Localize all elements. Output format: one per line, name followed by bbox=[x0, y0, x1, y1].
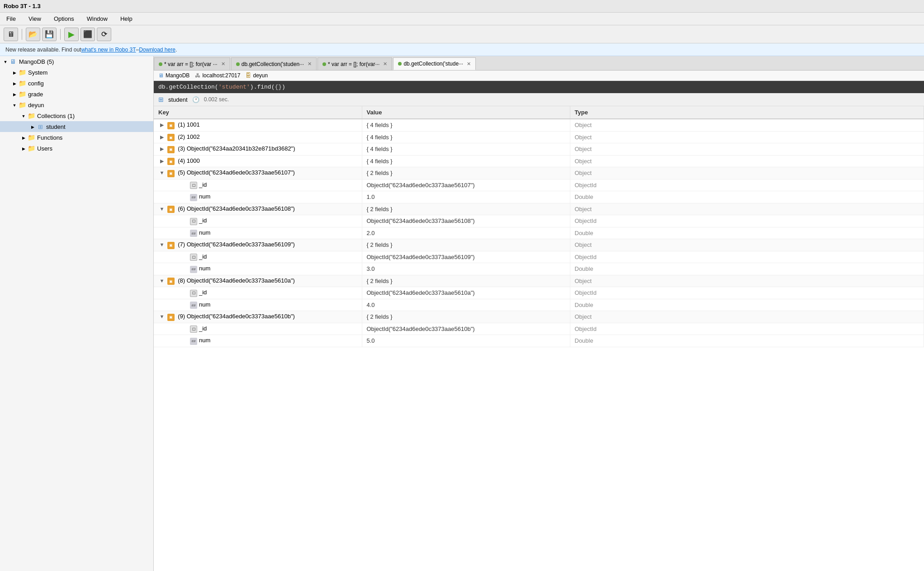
doc-icon: ▣ bbox=[167, 278, 175, 285]
row-type-cell: Object bbox=[570, 155, 924, 167]
id-icon: ☐ bbox=[190, 254, 197, 261]
table-row[interactable]: ▼ ▣ (5) ObjectId("6234ad6ede0c3373aae561… bbox=[154, 167, 924, 179]
conn-collection-label: deyun bbox=[253, 72, 268, 79]
row-expand-icon[interactable]: ▶ bbox=[158, 146, 166, 152]
menu-help[interactable]: Help bbox=[118, 14, 135, 23]
child-key-cell: ☐_id bbox=[154, 251, 362, 263]
results-table: Key Value Type ▶ ▣ (1) 1001 { 4 fields }… bbox=[154, 106, 924, 347]
num-icon: ## bbox=[190, 194, 197, 201]
sidebar-item-mongodb[interactable]: 🖥 MangoDB (5) bbox=[0, 56, 153, 67]
row-expand-icon[interactable]: ▼ bbox=[158, 242, 166, 247]
menu-options[interactable]: Options bbox=[51, 14, 77, 23]
row-type-cell: Object bbox=[570, 167, 924, 179]
table-row: ☐_id ObjectId("6234ad6ede0c3373aae5610a"… bbox=[154, 287, 924, 299]
table-row[interactable]: ▼ ▣ (9) ObjectId("6234ad6ede0c3373aae561… bbox=[154, 311, 924, 323]
menu-file[interactable]: File bbox=[4, 14, 19, 23]
row-key-cell: ▼ ▣ (8) ObjectId("6234ad6ede0c3373aae561… bbox=[154, 275, 362, 287]
tab-2[interactable]: db.getCollection('studen··· ✕ bbox=[231, 57, 317, 70]
row-expand-icon[interactable]: ▼ bbox=[158, 170, 166, 175]
stop-icon[interactable]: ⬛ bbox=[81, 28, 95, 41]
table-header-row: Key Value Type bbox=[154, 106, 924, 119]
child-value-cell: 2.0 bbox=[362, 227, 570, 239]
tab-2-close[interactable]: ✕ bbox=[308, 61, 312, 67]
table-row[interactable]: ▼ ▣ (7) ObjectId("6234ad6ede0c3373aae561… bbox=[154, 239, 924, 251]
menu-window[interactable]: Window bbox=[84, 14, 110, 23]
tab-3[interactable]: * var arr = []; for(var··· ✕ bbox=[317, 57, 392, 70]
col-type: Type bbox=[570, 106, 924, 119]
conn-db: 🖥 MangoDB bbox=[158, 72, 190, 79]
doc-icon: ▣ bbox=[167, 158, 175, 165]
doc-icon: ▣ bbox=[167, 206, 175, 213]
row-value-cell: { 2 fields } bbox=[362, 203, 570, 215]
row-expand-icon[interactable]: ▼ bbox=[158, 314, 166, 319]
row-expand-icon[interactable]: ▼ bbox=[158, 206, 166, 212]
sidebar-item-functions[interactable]: 📁 Functions bbox=[0, 132, 153, 143]
sidebar-item-student[interactable]: ⊞ student bbox=[0, 121, 153, 132]
id-icon: ☐ bbox=[190, 290, 197, 297]
sidebar-item-config[interactable]: 📁 config bbox=[0, 78, 153, 89]
connection-bar: 🖥 MangoDB 🖧 localhost:27017 🗄 deyun bbox=[154, 71, 924, 81]
monitor-icon[interactable]: 🖥 bbox=[4, 28, 18, 41]
config-label: config bbox=[28, 80, 44, 87]
table-row[interactable]: ▶ ▣ (1) 1001 { 4 fields } Object bbox=[154, 119, 924, 131]
row-type-cell: Object bbox=[570, 311, 924, 323]
table-row[interactable]: ▶ ▣ (2) 1002 { 4 fields } Object bbox=[154, 131, 924, 143]
child-type-cell: ObjectId bbox=[570, 323, 924, 335]
row-expand-icon[interactable]: ▶ bbox=[158, 158, 166, 164]
id-icon: ☐ bbox=[190, 326, 197, 333]
folder-open-icon[interactable]: 📂 bbox=[26, 28, 40, 41]
row-key-cell: ▼ ▣ (6) ObjectId("6234ad6ede0c3373aae561… bbox=[154, 203, 362, 215]
child-type-cell: ObjectId bbox=[570, 179, 924, 191]
row-value-cell: { 2 fields } bbox=[362, 275, 570, 287]
sidebar-item-system[interactable]: 📁 System bbox=[0, 67, 153, 78]
menu-view[interactable]: View bbox=[26, 14, 44, 23]
folder-icon-users: 📁 bbox=[27, 144, 35, 152]
child-type-cell: Double bbox=[570, 335, 924, 347]
tab-4[interactable]: db.getCollection('stude··· ✕ bbox=[393, 57, 476, 70]
child-key-cell: ##num bbox=[154, 227, 362, 239]
tab-3-close[interactable]: ✕ bbox=[383, 61, 387, 67]
results-area: ⊞ student 🕐 0.002 sec. Key Value Type bbox=[154, 93, 924, 571]
sidebar-item-grade[interactable]: 📁 grade bbox=[0, 89, 153, 99]
row-key-cell: ▶ ▣ (2) 1002 bbox=[154, 131, 362, 143]
row-type-cell: Object bbox=[570, 131, 924, 143]
save-icon[interactable]: 💾 bbox=[42, 28, 57, 41]
results-header: ⊞ student 🕐 0.002 sec. bbox=[154, 93, 924, 106]
col-key: Key bbox=[154, 106, 362, 119]
results-time: 0.002 sec. bbox=[204, 96, 229, 103]
refresh-icon[interactable]: ⟳ bbox=[97, 28, 111, 41]
tab-4-close[interactable]: ✕ bbox=[467, 61, 471, 67]
child-value-cell: 3.0 bbox=[362, 263, 570, 275]
mongodb-label: MangoDB (5) bbox=[19, 58, 54, 65]
sidebar-item-collections[interactable]: 📁 Collections (1) bbox=[0, 110, 153, 121]
grade-label: grade bbox=[28, 91, 43, 98]
sidebar-item-deyun[interactable]: 📁 deyun bbox=[0, 99, 153, 110]
server-icon: 🖥 bbox=[9, 57, 17, 66]
row-expand-icon[interactable]: ▶ bbox=[158, 134, 166, 140]
row-value-cell: { 2 fields } bbox=[362, 239, 570, 251]
num-icon: ## bbox=[190, 230, 197, 237]
play-icon[interactable]: ▶ bbox=[64, 28, 79, 41]
table-row[interactable]: ▶ ▣ (3) ObjectId("6234aa20341b32e871bd36… bbox=[154, 143, 924, 156]
sidebar-item-users[interactable]: 📁 Users bbox=[0, 143, 153, 154]
query-bar[interactable]: db.getCollection('student').find({}) bbox=[154, 81, 924, 93]
table-row[interactable]: ▼ ▣ (8) ObjectId("6234ad6ede0c3373aae561… bbox=[154, 275, 924, 287]
table-row[interactable]: ▼ ▣ (6) ObjectId("6234ad6ede0c3373aae561… bbox=[154, 203, 924, 215]
tab-1-close[interactable]: ✕ bbox=[221, 61, 225, 67]
row-value-cell: { 4 fields } bbox=[362, 155, 570, 167]
notification-link2[interactable]: Download here bbox=[139, 47, 175, 53]
notification-link1[interactable]: what's new in Robo 3T bbox=[81, 47, 136, 53]
row-expand-icon[interactable]: ▶ bbox=[158, 122, 166, 128]
row-expand-icon[interactable]: ▼ bbox=[158, 278, 166, 283]
table-row[interactable]: ▶ ▣ (4) 1000 { 4 fields } Object bbox=[154, 155, 924, 167]
functions-label: Functions bbox=[37, 134, 62, 141]
menu-bar: File View Options Window Help bbox=[0, 13, 924, 25]
tab-1[interactable]: * var arr = []; for(var ··· ✕ bbox=[154, 57, 230, 70]
col-value: Value bbox=[362, 106, 570, 119]
child-type-cell: Double bbox=[570, 263, 924, 275]
child-value-cell: 4.0 bbox=[362, 299, 570, 311]
child-value-cell: ObjectId("6234ad6ede0c3373aae56109") bbox=[362, 251, 570, 263]
collections-arrow bbox=[20, 112, 27, 119]
num-icon: ## bbox=[190, 302, 197, 309]
tab-4-dot bbox=[398, 62, 402, 66]
